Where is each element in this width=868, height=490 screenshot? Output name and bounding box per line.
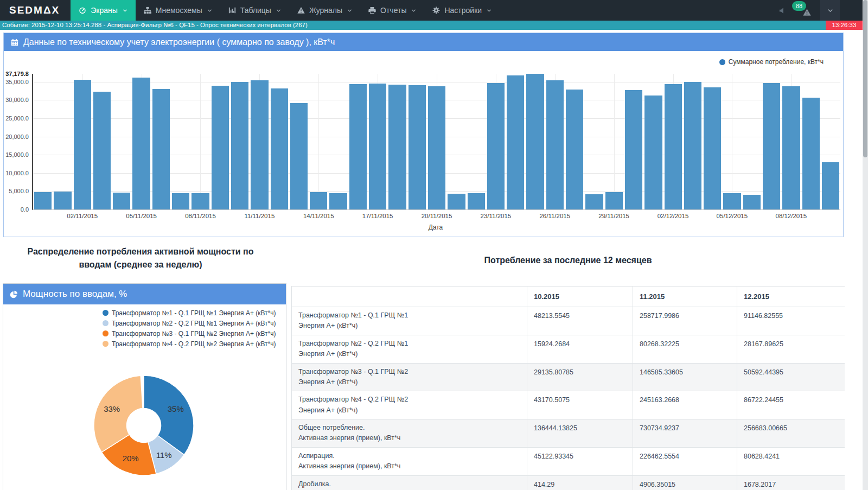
- navbar-dropdown-toggle[interactable]: [820, 0, 840, 21]
- value-cell: 80268.32225: [633, 335, 737, 363]
- value-cell: 258717.9986: [633, 307, 737, 335]
- donut-section-title: Распределение потребления активной мощно…: [15, 245, 266, 271]
- speaker-muted-icon[interactable]: [778, 7, 787, 15]
- value-cell: 1678.2017: [737, 475, 845, 490]
- nav-item-screens[interactable]: Экраны: [71, 0, 136, 21]
- donut-slice-label: 11%: [156, 450, 172, 460]
- bar: [684, 82, 701, 209]
- nav-item-mnemonics[interactable]: Мнемосхемы: [136, 0, 220, 21]
- donut-legend-item[interactable]: Трансформатор №2 - Q.2 ГРЩ №1 Энергия А+…: [103, 318, 276, 328]
- column-header: [292, 287, 527, 307]
- x-tick-label: 11/11/2015: [244, 213, 275, 219]
- consumption-table-panel: 10.201511.201512.2015 Трансформатор №1 -…: [291, 286, 845, 490]
- chevron-down-icon: [411, 8, 416, 13]
- alarms-button[interactable]: 88: [799, 4, 812, 16]
- column-header: 11.2015: [633, 287, 737, 307]
- bar: [152, 89, 170, 209]
- table-row: Трансформатор №4 - Q.2 ГРЩ №2Энергия А+ …: [292, 391, 845, 419]
- bar: [585, 194, 603, 209]
- row-name: Трансформатор №2 - Q.2 ГРЩ №1: [298, 339, 520, 349]
- bar: [723, 193, 741, 209]
- nav-item-journals[interactable]: Журналы: [289, 0, 360, 21]
- row-name: Трансформатор №1 - Q.1 ГРЩ №1: [298, 310, 520, 321]
- y-tick-label: 25,000.0: [5, 115, 29, 122]
- event-text: Событие: 2015-12-10 13:25:14.288 - Аспир…: [2, 22, 308, 28]
- column-header: 12.2015: [737, 287, 845, 307]
- pie-chart-icon: [10, 290, 18, 298]
- bar: [468, 193, 485, 209]
- navbar-right-controls: 88: [778, 0, 868, 21]
- scrollbar-thumb[interactable]: [863, 0, 867, 157]
- bar: [329, 193, 347, 209]
- consumption-table: 10.201511.201512.2015 Трансформатор №1 -…: [291, 286, 845, 490]
- warning-icon: [297, 7, 305, 14]
- table-row: Общее потребление.Активная энергия (прие…: [292, 419, 845, 448]
- power-by-inputs-panel: Мощность по вводам, % Трансформатор №1 -…: [3, 283, 286, 490]
- legend-marker: [103, 310, 108, 316]
- bar: [802, 98, 820, 209]
- bar: [822, 162, 839, 209]
- donut-panel-body: Трансформатор №1 - Q.1 ГРЩ №1 Энергия А+…: [3, 304, 286, 490]
- y-tick-label: 37,179.8: [5, 71, 29, 77]
- bar: [132, 78, 150, 209]
- row-name-cell: Дробилка.Активная энергия (прием), кВт*ч: [292, 475, 527, 490]
- scrollbar-track[interactable]: [863, 0, 868, 490]
- table-row: Трансформатор №1 - Q.1 ГРЩ №1Энергия А+ …: [292, 307, 845, 335]
- table-header-row: 10.201511.201512.2015: [292, 287, 845, 307]
- energy-panel-body: Суммарное потребление, кВт*ч 37,179.835,…: [4, 51, 843, 237]
- x-tick-label: 17/11/2015: [362, 213, 393, 219]
- y-tick-label: 10,000.0: [5, 170, 29, 176]
- bar: [290, 103, 308, 209]
- energy-panel-header: Данные по техническому учету электроэнер…: [4, 33, 843, 51]
- bar: [172, 193, 189, 209]
- x-tick-label: 14/11/2015: [303, 213, 334, 219]
- value-cell: 136444.13825: [527, 419, 633, 448]
- bar: [704, 87, 721, 209]
- row-name: Дробилка.: [298, 479, 520, 489]
- row-subtitle: Активная энергия (прием), кВт*ч: [298, 461, 520, 472]
- brand-logo[interactable]: SEDMΔX: [0, 0, 71, 21]
- nav-item-label: Экраны: [91, 6, 118, 15]
- donut-legend-item[interactable]: Трансформатор №1 - Q.1 ГРЩ №1 Энергия А+…: [103, 308, 276, 318]
- row-name: Общее потребление.: [298, 423, 520, 433]
- bar: [526, 74, 544, 209]
- chevron-down-icon: [487, 8, 492, 13]
- row-name: Трансформатор №3 - Q.1 ГРЩ №2: [298, 367, 520, 377]
- nav-item-label: Отчеты: [380, 6, 406, 15]
- value-cell: 146585.33605: [633, 363, 737, 391]
- value-cell: 28167.89625: [737, 335, 845, 363]
- y-tick-label: 0.0: [21, 206, 29, 213]
- nav-item-tables[interactable]: Таблицы: [220, 0, 289, 21]
- donut-panel-title: Мощность по вводам, %: [23, 289, 127, 300]
- row-subtitle: Энергия А+ (кВт*ч): [298, 377, 520, 387]
- bar: [644, 96, 662, 209]
- bar: [743, 195, 761, 209]
- nav-item-reports[interactable]: Отчеты: [360, 0, 424, 21]
- value-cell: 226462.5554: [633, 447, 737, 475]
- x-tick-label: 20/11/2015: [422, 213, 452, 219]
- bar: [310, 192, 327, 209]
- chart-legend-item[interactable]: Суммарное потребление, кВт*ч: [719, 58, 824, 66]
- chevron-down-icon: [207, 8, 212, 13]
- x-tick-label: 02/12/2015: [658, 213, 689, 219]
- bar: [113, 193, 130, 209]
- x-tick-label: 08/11/2015: [185, 213, 216, 219]
- row-subtitle: Энергия А+ (кВт*ч): [298, 321, 520, 331]
- value-cell: 48213.5545: [527, 307, 633, 335]
- row-subtitle: Энергия А+ (кВт*ч): [298, 349, 520, 359]
- gears-icon: [432, 7, 440, 14]
- value-cell: 43170.5075: [527, 391, 633, 419]
- legend-label: Трансформатор №1 - Q.1 ГРЩ №1 Энергия А+…: [112, 309, 276, 317]
- bar: [192, 193, 209, 209]
- bar: [388, 85, 406, 209]
- nav-item-label: Таблицы: [240, 6, 271, 15]
- nav-item-label: Мнемосхемы: [156, 6, 202, 15]
- row-name-cell: Аспирация.Активная энергия (прием), кВт*…: [292, 447, 527, 475]
- nav-item-settings[interactable]: Настройки: [424, 0, 500, 21]
- chevron-down-icon: [347, 8, 352, 13]
- bar: [74, 80, 91, 209]
- x-tick-label: 05/11/2015: [126, 213, 157, 219]
- x-tick-label: 05/12/2015: [717, 213, 748, 219]
- value-cell: 245163.2668: [633, 391, 737, 419]
- x-tick-label: 26/11/2015: [539, 213, 570, 219]
